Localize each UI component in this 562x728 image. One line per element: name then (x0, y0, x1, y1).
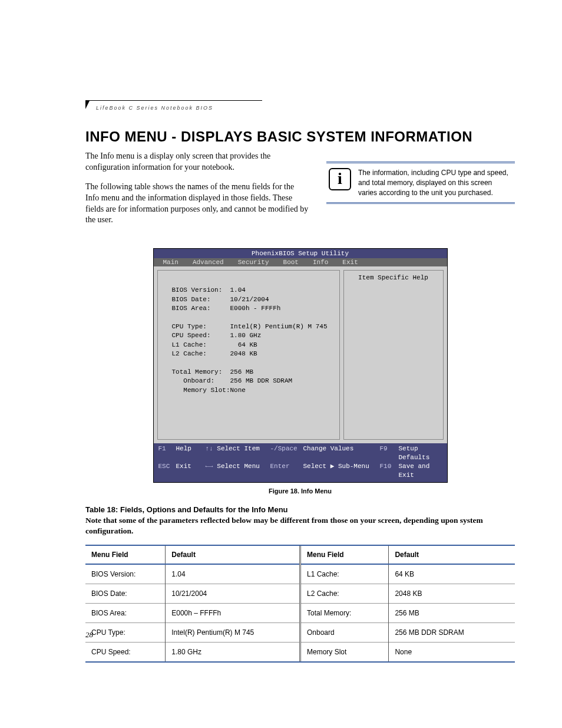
cell-menu-field: Onboard (301, 623, 389, 643)
bios-action-select-menu: Select Menu (217, 463, 260, 470)
header-tab-icon (85, 101, 90, 109)
running-head: LifeBook C Series Notebook BIOS (96, 105, 213, 111)
bios-action-exit: Exit (176, 462, 206, 480)
cell-menu-field: Total Memory: (301, 604, 389, 623)
col-menu-field: Menu Field (85, 546, 166, 564)
page-number: 28 (85, 630, 93, 640)
cell-menu-field: BIOS Version: (85, 564, 166, 584)
table-row: CPU Type:Intel(R) Pentium(R) M 745 (85, 623, 299, 643)
bios-key-f10: F10 (380, 462, 399, 480)
bios-key-leftright: ←→ (206, 463, 213, 470)
bios-screenshot: PhoenixBIOS Setup Utility Main Advanced … (153, 248, 448, 482)
section-title: INFO MENU - DISPLAYS BASIC SYSTEM INFORM… (85, 129, 515, 145)
bios-menu-bar: Main Advanced Security Boot Info Exit (154, 258, 447, 266)
table-title: Table 18: Fields, Options and Defaults f… (85, 505, 515, 514)
bios-key-esc: ESC (158, 462, 176, 480)
bios-action-select-item: Select Item (217, 445, 260, 452)
cell-default: 256 MB (389, 604, 515, 623)
cell-menu-field: CPU Type: (85, 623, 166, 643)
bios-action-submenu: Select ▶ Sub-Menu (303, 462, 380, 480)
col-menu-field: Menu Field (301, 546, 389, 564)
cell-default: E000h – FFFFh (166, 604, 299, 623)
table-row: Total Memory:256 MB (301, 604, 515, 623)
bios-action-defaults: Setup Defaults (399, 444, 442, 462)
bios-key-enter: Enter (270, 462, 303, 480)
table-row: CPU Speed:1.80 GHz (85, 643, 299, 662)
bios-title: PhoenixBIOS Setup Utility (154, 249, 447, 258)
bios-action-change: Change Values (303, 444, 380, 462)
bios-action-save: Save and Exit (399, 462, 442, 480)
cell-menu-field: Memory Slot (301, 643, 389, 662)
table-row: L2 Cache:2048 KB (301, 584, 515, 604)
info-note: i The information, including CPU type an… (326, 162, 515, 204)
info-icon: i (329, 168, 351, 190)
cell-menu-field: L2 Cache: (301, 584, 389, 604)
info-note-text: The information, including CPU type and … (358, 168, 513, 197)
cell-default: 1.80 GHz (166, 643, 299, 662)
table-row: Onboard256 MB DDR SDRAM (301, 623, 515, 643)
cell-default: None (389, 643, 515, 662)
cell-menu-field: CPU Speed: (85, 643, 166, 662)
bios-menu-security: Security (233, 259, 279, 266)
bios-key-f1: F1 (158, 444, 176, 462)
cell-default: 1.04 (166, 564, 299, 584)
cell-menu-field: BIOS Date: (85, 584, 166, 604)
cell-default: 64 KB (389, 564, 515, 584)
bios-action-help: Help (176, 444, 206, 462)
table-note: Note that some of the parameters reflect… (85, 515, 515, 536)
cell-menu-field: BIOS Area: (85, 604, 166, 623)
bios-menu-main: Main (158, 259, 188, 266)
col-default: Default (389, 546, 515, 564)
table-row: BIOS Version:1.04 (85, 564, 299, 584)
table-row: BIOS Date:10/21/2004 (85, 584, 299, 604)
bios-menu-exit: Exit (338, 259, 367, 266)
bios-key-space: -/Space (270, 444, 303, 462)
bios-footer: F1 Help ↑↓ Select Item -/Space Change Va… (154, 443, 447, 482)
table-row: Memory SlotNone (301, 643, 515, 662)
col-default: Default (166, 546, 299, 564)
bios-menu-advanced: Advanced (188, 259, 233, 266)
cell-default: 256 MB DDR SDRAM (389, 623, 515, 643)
intro-paragraph-2: The following table shows the names of t… (85, 182, 309, 226)
bios-help-panel: Item Specific Help (343, 270, 444, 440)
bios-menu-boot: Boot (279, 259, 308, 266)
fields-table-right: Menu Field Default L1 Cache:64 KBL2 Cach… (301, 546, 515, 661)
figure-caption: Figure 18. Info Menu (85, 487, 515, 495)
table-row: BIOS Area:E000h – FFFFh (85, 604, 299, 623)
bios-key-updown: ↑↓ (206, 445, 213, 452)
bios-main-panel: BIOS Version: 1.04 BIOS Date: 10/21/2004… (157, 270, 340, 440)
bios-key-f9: F9 (380, 444, 399, 462)
intro-paragraph-1: The Info menu is a display only screen t… (85, 151, 309, 173)
bios-menu-info: Info (308, 259, 338, 266)
cell-default: 10/21/2004 (166, 584, 299, 604)
cell-default: Intel(R) Pentium(R) M 745 (166, 623, 299, 643)
fields-table: Menu Field Default BIOS Version:1.04BIOS… (85, 545, 515, 663)
cell-default: 2048 KB (389, 584, 515, 604)
cell-menu-field: L1 Cache: (301, 564, 389, 584)
fields-table-left: Menu Field Default BIOS Version:1.04BIOS… (85, 546, 299, 661)
table-row: L1 Cache:64 KB (301, 564, 515, 584)
